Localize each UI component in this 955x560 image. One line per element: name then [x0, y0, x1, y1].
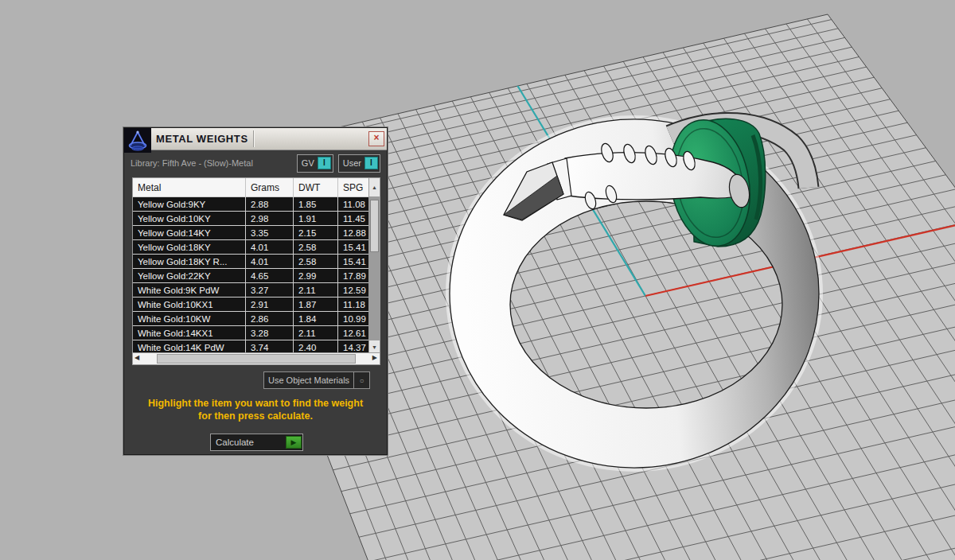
library-row: Library: Fifth Ave - (Slow)-Metal GV I U… — [131, 154, 380, 172]
materials-dropdown[interactable]: Use Object Materials ○ — [263, 371, 370, 389]
cell-grams: 2.86 — [246, 312, 294, 325]
cell-dwt: 2.11 — [294, 326, 338, 340]
metal-table: Metal Grams DWT SPG ▲ Yellow Gold:9KY 2.… — [132, 177, 380, 365]
scale-icon — [124, 128, 151, 153]
cell-dwt: 2.11 — [294, 283, 338, 297]
cell-metal: White Gold:10KX1 — [133, 298, 246, 311]
scroll-down-arrow-icon[interactable]: ▼ — [369, 340, 380, 353]
metal-table-header: Metal Grams DWT SPG ▲ — [133, 178, 380, 196]
column-header-grams[interactable]: Grams — [246, 178, 294, 196]
table-row[interactable]: Yellow Gold:10KY 2.98 1.91 11.45 — [133, 211, 380, 225]
materials-dropdown-value: Use Object Materials — [264, 375, 353, 385]
table-row[interactable]: White Gold:10KX1 2.91 1.87 11.18 — [133, 297, 380, 311]
cell-spg: 12.59 — [338, 283, 368, 297]
gv-toggle-label: GV — [299, 158, 314, 168]
cell-grams: 4.65 — [246, 269, 294, 282]
cell-spg: 10.99 — [338, 312, 368, 325]
gv-toggle[interactable]: GV I — [297, 154, 333, 173]
cell-dwt: 2.58 — [294, 240, 338, 254]
cell-spg: 17.89 — [338, 269, 368, 282]
cell-spg: 12.88 — [338, 226, 368, 239]
cell-metal: White Gold:9K PdW — [133, 283, 246, 297]
cell-metal: Yellow Gold:18KY R... — [133, 255, 246, 268]
cell-metal: Yellow Gold:14KY — [133, 226, 246, 239]
dialog-titlebar[interactable]: METAL WEIGHTS × — [124, 128, 387, 150]
toggle-group: GV I User I — [297, 154, 380, 173]
cell-grams: 3.35 — [246, 226, 294, 239]
cell-dwt: 1.91 — [294, 212, 338, 225]
gv-toggle-indicator[interactable]: I — [318, 157, 331, 169]
scroll-up-arrow-icon[interactable]: ▲ — [368, 178, 380, 196]
cell-spg: 11.45 — [338, 212, 368, 225]
column-header-metal[interactable]: Metal — [133, 178, 246, 196]
column-header-dwt[interactable]: DWT — [294, 178, 338, 196]
dialog-title: METAL WEIGHTS — [156, 133, 248, 145]
calculate-button-label: Calculate — [211, 438, 286, 447]
table-row[interactable]: Yellow Gold:22KY 4.65 2.99 17.89 — [133, 268, 380, 282]
cell-metal: Yellow Gold:22KY — [133, 269, 246, 282]
cell-metal: Yellow Gold:9KY — [133, 197, 246, 211]
close-button[interactable]: × — [368, 131, 384, 146]
cell-spg: 11.18 — [338, 298, 368, 311]
cell-dwt: 1.85 — [294, 197, 338, 211]
instruction-line-2: for then press calculate. — [124, 410, 387, 422]
table-row[interactable]: White Gold:14KX1 3.28 2.11 12.61 — [133, 325, 380, 340]
cell-metal: White Gold:14KX1 — [133, 326, 246, 340]
cell-metal: Yellow Gold:10KY — [133, 212, 246, 225]
instruction-line-1: Highlight the item you want to find the … — [124, 397, 387, 410]
cell-metal: White Gold:10KW — [133, 312, 246, 325]
vertical-scrollbar[interactable]: ▼ — [368, 196, 380, 353]
table-row[interactable]: White Gold:10KW 2.86 1.84 10.99 — [133, 311, 380, 325]
cell-spg: 15.41 — [338, 240, 368, 254]
dropdown-knob-icon[interactable]: ○ — [353, 372, 369, 388]
table-row[interactable]: Yellow Gold:14KY 3.35 2.15 12.88 — [133, 225, 380, 239]
cell-dwt: 2.15 — [294, 226, 338, 239]
app-window: METAL WEIGHTS × Library: Fifth Ave - (Sl… — [0, 0, 955, 560]
calculate-button[interactable]: Calculate ▶ — [210, 434, 303, 451]
titlebar-divider — [253, 130, 255, 147]
user-toggle-label: User — [341, 158, 361, 168]
cell-grams: 2.88 — [246, 197, 294, 211]
user-toggle[interactable]: User I — [338, 154, 380, 173]
table-row[interactable]: Yellow Gold:9KY 2.88 1.85 11.08 — [133, 196, 380, 211]
cell-metal: Yellow Gold:18KY — [133, 240, 246, 254]
table-row[interactable]: White Gold:9K PdW 3.27 2.11 12.59 — [133, 282, 380, 297]
cell-spg: 11.08 — [338, 197, 368, 211]
metal-table-body: Yellow Gold:9KY 2.88 1.85 11.08 Yellow G… — [133, 196, 380, 354]
cell-grams: 4.01 — [246, 255, 294, 268]
user-toggle-indicator[interactable]: I — [364, 157, 378, 169]
column-header-spg[interactable]: SPG — [338, 178, 368, 196]
cell-grams: 2.91 — [246, 298, 294, 311]
library-label: Library: Fifth Ave - (Slow)-Metal — [131, 158, 253, 168]
cell-grams: 3.27 — [246, 283, 294, 297]
cell-dwt: 1.84 — [294, 312, 338, 325]
scroll-right-arrow-icon[interactable]: ▶ — [372, 354, 377, 361]
vertical-scrollbar-thumb[interactable] — [370, 200, 379, 252]
cell-dwt: 2.99 — [294, 269, 338, 282]
table-row[interactable]: Yellow Gold:18KY 4.01 2.58 15.41 — [133, 239, 380, 254]
cell-grams: 2.98 — [246, 212, 294, 225]
cell-spg: 12.61 — [338, 326, 368, 340]
scroll-left-arrow-icon[interactable]: ◀ — [134, 354, 139, 361]
cell-dwt: 1.87 — [294, 298, 338, 311]
cell-spg: 15.41 — [338, 255, 368, 268]
table-row[interactable]: Yellow Gold:18KY R... 4.01 2.58 15.41 — [133, 254, 380, 268]
metal-weights-dialog: METAL WEIGHTS × Library: Fifth Ave - (Sl… — [123, 127, 388, 455]
instruction-text: Highlight the item you want to find the … — [124, 397, 387, 422]
horizontal-scrollbar[interactable]: ◀ ▶ — [133, 352, 380, 364]
horizontal-scrollbar-thumb[interactable] — [157, 354, 356, 364]
cell-grams: 3.28 — [246, 326, 294, 340]
cell-dwt: 2.58 — [294, 255, 338, 268]
calculate-go-arrow-icon[interactable]: ▶ — [286, 436, 302, 449]
cell-grams: 4.01 — [246, 240, 294, 254]
